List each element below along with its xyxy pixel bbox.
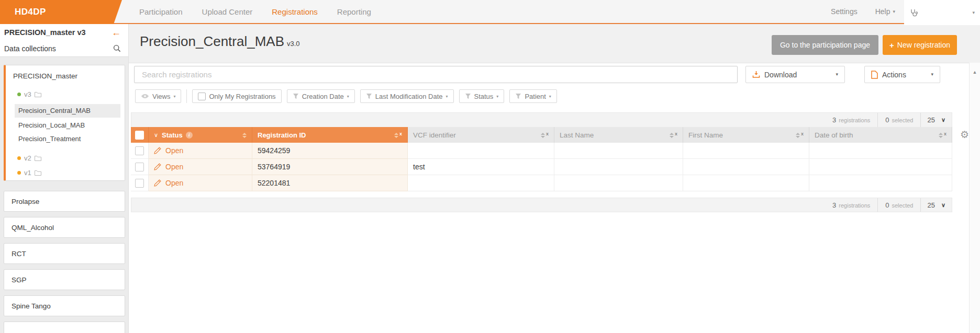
page-title: Precision_Central_MABv3.0 xyxy=(140,33,300,50)
registration-id-cell: 59424259 xyxy=(252,143,408,159)
help-menu[interactable]: Help ▾ xyxy=(875,7,895,16)
views-button[interactable]: Views ▾ xyxy=(135,89,181,103)
toolbar-divider xyxy=(186,89,187,103)
sort-icon[interactable] xyxy=(670,132,674,138)
nav-participation[interactable]: Participation xyxy=(139,7,183,16)
row-checkbox[interactable] xyxy=(135,146,144,155)
collection-card-precision-master[interactable]: PRECISION_master v3 Precision_Central_MA… xyxy=(4,65,125,181)
table-row: Open 53764919 test xyxy=(131,159,952,175)
registration-id-cell: 53764919 xyxy=(252,159,408,175)
collection-card-sgp[interactable]: SGP xyxy=(4,269,125,290)
patient-filter[interactable]: Patient ▾ xyxy=(509,89,557,103)
nav-upload-center[interactable]: Upload Center xyxy=(202,7,253,16)
open-registration-link[interactable]: Open xyxy=(154,179,183,187)
sort-icon[interactable] xyxy=(541,132,545,138)
collection-card-partial[interactable] xyxy=(4,321,125,333)
remove-column-icon[interactable]: x xyxy=(675,132,677,136)
open-label: Open xyxy=(165,146,183,155)
registrations-table: ∨ Status i Registration ID x VCF identif… xyxy=(131,127,952,191)
funnel-icon xyxy=(293,93,299,99)
select-all-checkbox[interactable] xyxy=(135,131,144,140)
go-to-participation-button[interactable]: Go to the participation page xyxy=(772,35,878,55)
download-icon xyxy=(752,71,760,78)
first-name-cell xyxy=(683,143,809,159)
collection-card-prolapse[interactable]: Prolapse xyxy=(4,191,125,212)
page-version: v3.0 xyxy=(287,40,300,48)
sidebar-data-collections-row: Data collections xyxy=(0,40,128,56)
remove-column-icon[interactable]: x xyxy=(546,132,549,136)
search-input[interactable] xyxy=(134,66,738,83)
workspace-title: PRECISION_master v3 xyxy=(4,28,112,37)
date-of-birth-cell xyxy=(809,159,952,175)
page-size-value: 25 xyxy=(927,201,934,209)
version-label: v1 xyxy=(24,169,31,177)
data-collections-label: Data collections xyxy=(4,44,113,53)
column-header-status[interactable]: ∨ Status i xyxy=(149,127,252,143)
new-registration-button[interactable]: + New registration xyxy=(883,35,957,55)
scroll-up-icon[interactable]: ▲ xyxy=(973,70,977,75)
tree-item-precision-treatment[interactable]: Precision_Treatment xyxy=(15,132,120,146)
remove-column-icon[interactable]: x xyxy=(944,132,946,136)
nav-registrations[interactable]: Registrations xyxy=(272,7,318,16)
caret-down-icon: ▾ xyxy=(446,94,448,99)
version-label: v3 xyxy=(24,90,31,98)
open-registration-link[interactable]: Open xyxy=(154,163,183,171)
creation-date-filter[interactable]: Creation Date ▾ xyxy=(287,89,355,103)
open-registration-link[interactable]: Open xyxy=(154,146,183,155)
column-header-first-name[interactable]: First Name x xyxy=(683,127,809,143)
column-header-vcf-identifier[interactable]: VCF identifier x xyxy=(408,127,554,143)
page-size-select[interactable]: 25 ∨ xyxy=(921,116,952,124)
tree-item-precision-central-mab[interactable]: Precision_Central_MAB xyxy=(15,104,120,118)
remove-column-icon[interactable]: x xyxy=(801,132,804,136)
collapse-sidebar-icon[interactable]: ← xyxy=(112,28,121,37)
version-label: v2 xyxy=(24,154,31,162)
selected-count-label: selected xyxy=(892,117,913,123)
row-checkbox[interactable] xyxy=(135,179,144,188)
vertical-scrollbar[interactable]: ▲ xyxy=(969,63,980,333)
status-cell: Open xyxy=(149,175,252,191)
folder-icon xyxy=(35,156,41,161)
column-header-registration-id[interactable]: Registration ID x xyxy=(252,127,408,143)
table-settings-gear-icon[interactable]: ⚙ xyxy=(960,130,969,140)
download-button[interactable]: Download ▾ xyxy=(745,66,845,83)
stethoscope-icon xyxy=(909,8,918,17)
only-my-registrations-toggle[interactable]: Only My Registrations xyxy=(192,89,281,103)
status-filter[interactable]: Status ▾ xyxy=(459,89,505,103)
version-item-v2[interactable]: v2 xyxy=(17,154,41,162)
collection-card-qml-alcohol[interactable]: QML_Alcohol xyxy=(4,217,125,238)
folder-icon xyxy=(35,92,41,97)
version-item-v1[interactable]: v1 xyxy=(17,169,41,177)
search-icon[interactable] xyxy=(113,44,121,52)
status-cell: Open xyxy=(149,143,252,159)
last-modification-date-filter[interactable]: Last Modification Date ▾ xyxy=(360,89,454,103)
sort-icon[interactable] xyxy=(394,132,398,138)
app-logo-text: HD4DP xyxy=(0,7,46,17)
version-item-v3[interactable]: v3 xyxy=(17,90,41,98)
only-my-registrations-checkbox[interactable] xyxy=(198,93,206,100)
funnel-icon xyxy=(465,93,471,99)
status-cell: Open xyxy=(149,159,252,175)
chevron-down-icon: ∨ xyxy=(941,117,945,123)
page-size-select[interactable]: 25 ∨ xyxy=(921,201,952,209)
collection-card-spine-tango[interactable]: Spine Tango xyxy=(4,295,125,316)
registrations-count-value: 3 xyxy=(832,116,836,124)
tree-item-precision-local-mab[interactable]: Precision_Local_MAB xyxy=(15,119,120,132)
folder-icon xyxy=(35,170,41,176)
sort-icon[interactable] xyxy=(796,132,800,138)
main-nav: Participation Upload Center Registration… xyxy=(139,0,371,23)
sort-icon[interactable] xyxy=(939,132,943,138)
user-menu[interactable]: ▾ xyxy=(904,0,980,25)
user-name xyxy=(921,8,969,17)
plus-icon: + xyxy=(889,41,894,50)
actions-button[interactable]: Actions ▾ xyxy=(864,66,940,83)
sort-icon[interactable] xyxy=(242,132,247,138)
row-checkbox[interactable] xyxy=(135,163,144,171)
main-content: Precision_Central_MABv3.0 Go to the part… xyxy=(128,24,980,333)
collection-card-rct[interactable]: RCT xyxy=(4,243,125,264)
column-header-last-name[interactable]: Last Name x xyxy=(554,127,683,143)
selected-count: 0 selected xyxy=(878,201,920,209)
column-header-date-of-birth[interactable]: Date of birth x xyxy=(809,127,952,143)
nav-reporting[interactable]: Reporting xyxy=(337,7,371,16)
remove-column-icon[interactable]: x xyxy=(399,132,402,136)
settings-link[interactable]: Settings xyxy=(831,7,858,16)
